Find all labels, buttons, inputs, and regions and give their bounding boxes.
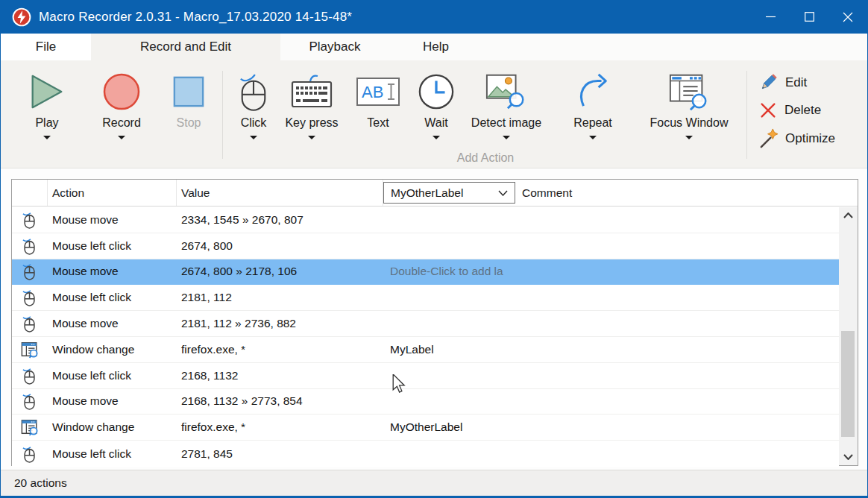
scrollbar-thumb[interactable]	[841, 331, 855, 437]
play-dropdown-arrow-icon	[43, 136, 51, 139]
click-label: Click	[241, 116, 267, 130]
focus-window-dropdown-arrow-icon	[685, 136, 693, 139]
vertical-scrollbar[interactable]	[839, 207, 858, 465]
titlebar: Macro Recorder 2.0.31 - Macro_17.03.2020…	[1, 0, 867, 34]
column-header-comment: Comment	[518, 180, 858, 206]
table-row-selected[interactable]: Mouse move 2674, 800 » 2178, 106 Double-…	[12, 259, 839, 286]
key-press-label: Key press	[285, 116, 338, 130]
chevron-down-icon	[498, 190, 508, 196]
cell-label[interactable]: MyLabel	[383, 343, 518, 356]
click-button[interactable]: Click	[227, 69, 280, 139]
table-row[interactable]: Mouse left click 2674, 800	[12, 233, 839, 259]
text-abi-icon: AB	[356, 78, 400, 106]
repeat-label: Repeat	[573, 116, 612, 130]
actions-table: Action Value MyOtherLabel Comment Mouse …	[11, 179, 858, 466]
cell-value: 2674, 800 » 2178, 106	[177, 265, 383, 278]
close-button[interactable]	[828, 0, 867, 34]
cell-label-placeholder[interactable]: Double-Click to add la	[383, 265, 518, 278]
record-button[interactable]: Record	[92, 69, 151, 139]
cell-label[interactable]: MyOtherLabel	[383, 420, 518, 434]
maximize-button[interactable]	[790, 0, 828, 34]
window-title: Macro Recorder 2.0.31 - Macro_17.03.2020…	[39, 10, 352, 25]
scroll-down-button[interactable]	[839, 449, 858, 465]
stop-icon	[172, 75, 205, 108]
add-action-group-label: Add Action	[222, 151, 749, 165]
cell-value: 2181, 112	[177, 291, 383, 304]
tab-help[interactable]: Help	[389, 34, 482, 60]
play-icon	[30, 73, 64, 110]
repeat-dropdown-arrow-icon	[589, 136, 597, 139]
mouse-icon	[22, 444, 37, 464]
chevron-down-icon	[843, 454, 853, 460]
table-row[interactable]: Window change firefox.exe, * MyOtherLabe…	[12, 415, 839, 441]
mouse-icon	[22, 262, 37, 281]
tab-file[interactable]: File	[1, 34, 91, 60]
column-header-label: MyOtherLabel	[383, 180, 518, 206]
svg-text:AB: AB	[362, 83, 383, 101]
window-change-icon	[21, 418, 39, 436]
edit-label: Edit	[785, 75, 807, 90]
tab-record-and-edit-label: Record and Edit	[140, 40, 231, 54]
mouse-icon	[22, 288, 37, 307]
table-header: Action Value MyOtherLabel Comment	[12, 180, 858, 207]
edit-actions-group: Edit Delete Optimize	[758, 72, 835, 148]
cell-action: Mouse move	[48, 213, 177, 227]
column-header-value: Value	[177, 180, 383, 206]
maximize-icon	[805, 12, 814, 22]
focus-window-button[interactable]: Focus Window	[637, 69, 741, 139]
cell-value: firefox.exe, *	[177, 420, 383, 434]
optimize-button[interactable]: Optimize	[758, 128, 835, 148]
table-row[interactable]: Mouse move 2334, 1545 » 2670, 807	[12, 207, 839, 233]
wait-label: Wait	[424, 116, 447, 130]
key-press-button[interactable]: Key press	[278, 69, 345, 139]
cell-action: Mouse move	[48, 265, 177, 278]
play-button[interactable]: Play	[21, 69, 73, 139]
minimize-button[interactable]	[751, 0, 790, 34]
cell-action: Mouse move	[48, 317, 177, 330]
table-row[interactable]: Mouse move 2168, 1132 » 2773, 854	[12, 389, 839, 415]
delete-label: Delete	[784, 103, 821, 118]
magic-wand-icon	[758, 128, 779, 148]
cell-action: Mouse move	[48, 394, 177, 408]
keyboard-icon	[291, 73, 333, 110]
delete-button[interactable]: Delete	[758, 101, 835, 120]
cell-value: 2168, 1132	[177, 369, 383, 382]
record-dropdown-arrow-icon	[118, 136, 125, 139]
table-row[interactable]: Window change firefox.exe, * MyLabel	[12, 337, 839, 363]
table-row[interactable]: Mouse left click 2181, 112	[12, 285, 839, 311]
window-search-icon	[667, 72, 711, 112]
table-row[interactable]: Mouse left click 2781, 845	[12, 441, 839, 467]
cell-value: 2181, 112 » 2736, 882	[177, 317, 383, 330]
column-header-action: Action	[48, 180, 177, 206]
repeat-arrow-icon	[574, 72, 611, 111]
mouse-icon	[238, 71, 269, 113]
label-column-dropdown[interactable]: MyOtherLabel	[383, 182, 515, 204]
cell-value: firefox.exe, *	[177, 343, 383, 356]
edit-button[interactable]: Edit	[758, 72, 835, 92]
app-logo-icon	[12, 7, 31, 27]
ribbon-separator	[222, 71, 223, 159]
stop-button[interactable]: Stop	[163, 69, 215, 139]
cell-action: Mouse left click	[48, 291, 177, 304]
main-content: Action Value MyOtherLabel Comment Mouse …	[1, 168, 867, 470]
table-row[interactable]: Mouse move 2181, 112 » 2736, 882	[12, 311, 839, 337]
tab-playback[interactable]: Playback	[280, 34, 389, 60]
repeat-button[interactable]: Repeat	[559, 69, 626, 139]
ribbon-separator	[746, 71, 747, 159]
scroll-up-button[interactable]	[839, 207, 858, 224]
click-dropdown-arrow-icon	[250, 136, 257, 139]
tab-record-and-edit[interactable]: Record and Edit	[91, 34, 280, 60]
text-button[interactable]: AB Text	[352, 69, 404, 139]
chevron-up-icon	[843, 212, 853, 218]
cell-action: Mouse left click	[48, 239, 177, 253]
detect-image-label: Detect image	[471, 116, 541, 130]
cell-action: Window change	[48, 343, 177, 356]
mouse-icon	[22, 366, 37, 385]
detect-image-button[interactable]: Detect image	[465, 69, 548, 139]
clock-icon	[418, 73, 455, 110]
image-search-icon	[485, 72, 528, 112]
table-row[interactable]: Mouse left click 2168, 1132	[12, 363, 839, 389]
status-bar: 20 actions	[1, 470, 867, 496]
wait-button[interactable]: Wait	[410, 69, 462, 139]
key-press-dropdown-arrow-icon	[308, 136, 315, 139]
